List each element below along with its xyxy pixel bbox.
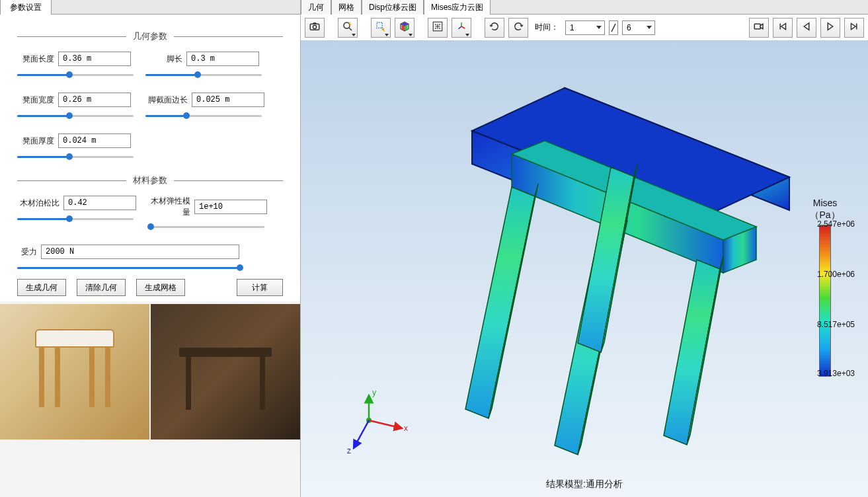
- tab-parameters[interactable]: 参数设置: [0, 0, 52, 15]
- color-legend: Mises （Pa） 2.547e+06 1.700e+06 8.517e+05…: [795, 197, 855, 377]
- param-body: 几何参数 凳面长度 脚长: [0, 15, 300, 301]
- record-button[interactable]: [749, 18, 769, 38]
- time-value: 1: [570, 23, 574, 32]
- tab-geometry[interactable]: 几何: [301, 0, 331, 15]
- rotate-cw-icon: [512, 20, 524, 34]
- compute-button[interactable]: 计算: [237, 279, 283, 296]
- svg-rect-4: [377, 22, 382, 28]
- axis-y-label: y: [372, 388, 376, 397]
- label-leg-section: 脚截面边长: [145, 95, 188, 106]
- label-force: 受力: [17, 247, 37, 258]
- section-material-label: 材料参数: [126, 174, 174, 186]
- axis-z-label: z: [347, 446, 351, 455]
- slider-seat-width[interactable]: [17, 111, 134, 120]
- input-youngs[interactable]: [194, 200, 267, 214]
- frame-divider: [609, 20, 618, 35]
- cube-rainbow-icon: [399, 20, 411, 34]
- skip-start-icon: [777, 20, 789, 34]
- slider-youngs[interactable]: [148, 222, 264, 231]
- input-poisson[interactable]: [63, 196, 136, 210]
- input-leg-length[interactable]: [186, 52, 259, 66]
- clear-geometry-button[interactable]: 清除几何: [77, 279, 126, 296]
- svg-rect-7: [754, 24, 760, 29]
- label-leg-length: 脚长: [145, 54, 182, 65]
- input-seat-length[interactable]: [58, 52, 131, 66]
- label-seat-length: 凳面长度: [17, 54, 54, 65]
- tab-displacement[interactable]: Disp位移云图: [362, 0, 424, 15]
- legend-title-1: Mises: [813, 198, 838, 208]
- svg-line-6: [612, 24, 615, 32]
- slider-poisson[interactable]: [17, 214, 134, 223]
- video-camera-icon: [753, 20, 765, 34]
- axis-xyz-icon: [455, 20, 467, 34]
- viewport-panel: 几何 网格 Disp位移云图 Mises应力云图 时间： 1 6: [301, 0, 868, 497]
- slider-force[interactable]: [17, 263, 242, 272]
- slider-seat-length[interactable]: [17, 70, 134, 79]
- slider-leg-section[interactable]: [145, 111, 262, 120]
- triangle-left-icon: [801, 20, 812, 34]
- result-model-label: 结果模型:通用分析: [546, 478, 623, 490]
- tab-mises[interactable]: Mises应力云图: [424, 0, 491, 15]
- svg-point-2: [344, 22, 350, 28]
- legend-tick-1: 1.700e+06: [817, 270, 855, 279]
- axis-x-label: x: [404, 424, 408, 433]
- rotate-ccw-button[interactable]: [485, 18, 504, 38]
- input-force[interactable]: [41, 245, 239, 259]
- first-frame-button[interactable]: [773, 18, 793, 38]
- axis-view-button[interactable]: [452, 18, 471, 38]
- camera-icon: [309, 20, 321, 34]
- input-leg-section[interactable]: [192, 93, 264, 107]
- next-frame-button[interactable]: [820, 18, 840, 38]
- right-tabbar: 几何 网格 Disp位移云图 Mises应力云图: [301, 0, 868, 15]
- time-combo[interactable]: 1: [565, 20, 605, 35]
- viewport-3d[interactable]: y x z 结果模型:通用分析 Mises （Pa） 2.547e+06 1.7…: [301, 41, 868, 497]
- axis-triad: y x z: [346, 387, 418, 460]
- slider-leg-length[interactable]: [145, 70, 262, 79]
- parameter-panel: 参数设置 几何参数 凳面长度 脚长: [0, 0, 301, 497]
- svg-line-3: [349, 28, 352, 30]
- last-frame-button[interactable]: [844, 18, 864, 38]
- frame-total-value: 6: [627, 23, 631, 32]
- left-tabbar: 参数设置: [0, 0, 300, 15]
- example-image-1: [0, 304, 149, 440]
- example-images: [0, 304, 300, 440]
- section-material: 材料参数: [17, 174, 283, 186]
- svg-point-1: [313, 25, 316, 28]
- selection-icon: [375, 20, 387, 34]
- legend-tick-min: 3.913e+03: [817, 369, 855, 378]
- fit-view-button[interactable]: [428, 18, 448, 38]
- rotate-ccw-icon: [489, 20, 500, 34]
- time-label: 时间：: [532, 22, 561, 33]
- render-style-button[interactable]: [395, 18, 414, 38]
- tab-mesh[interactable]: 网格: [331, 0, 362, 15]
- fit-icon: [432, 20, 444, 34]
- slider-seat-thickness[interactable]: [17, 152, 134, 161]
- generate-mesh-button[interactable]: 生成网格: [136, 279, 185, 296]
- svg-line-24: [369, 420, 402, 428]
- legend-tick-max: 2.547e+06: [817, 219, 855, 229]
- viewport-toolbar: 时间： 1 6: [301, 15, 868, 41]
- triangle-right-icon: [824, 20, 836, 34]
- label-youngs: 木材弹性模量: [148, 196, 190, 218]
- input-seat-width[interactable]: [58, 93, 131, 107]
- selection-mode-button[interactable]: [371, 18, 391, 38]
- magnifier-bolt-icon: [342, 20, 354, 34]
- rotate-cw-button[interactable]: [508, 18, 528, 38]
- skip-end-icon: [848, 20, 860, 34]
- frame-total[interactable]: 6: [622, 20, 655, 35]
- label-poisson: 木材泊松比: [17, 198, 59, 209]
- section-geometry: 几何参数: [17, 30, 283, 42]
- fem-model: [373, 55, 796, 465]
- legend-title: Mises （Pa）: [795, 197, 855, 221]
- label-seat-thickness: 凳面厚度: [17, 135, 54, 147]
- snapshot-button[interactable]: [305, 18, 325, 38]
- legend-title-2: （Pa）: [810, 210, 840, 220]
- generate-geometry-button[interactable]: 生成几何: [17, 279, 66, 296]
- label-seat-width: 凳面宽度: [17, 95, 54, 106]
- svg-line-25: [354, 420, 369, 448]
- input-seat-thickness[interactable]: [58, 134, 131, 148]
- prev-frame-button[interactable]: [797, 18, 816, 38]
- section-geometry-label: 几何参数: [126, 30, 174, 42]
- legend-tick-2: 8.517e+05: [817, 320, 855, 329]
- zoom-button[interactable]: [338, 18, 358, 38]
